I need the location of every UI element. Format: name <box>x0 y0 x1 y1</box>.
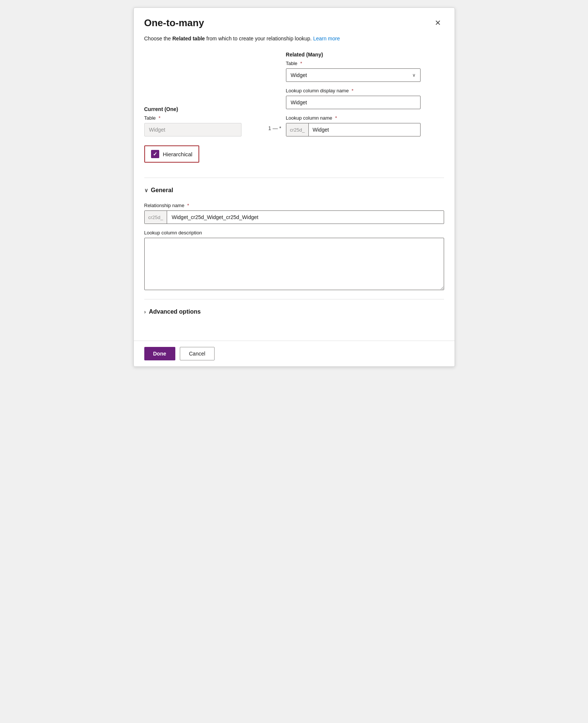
cancel-button[interactable]: Cancel <box>180 347 215 360</box>
relationship-name-prefix: cr25d_ <box>145 211 167 224</box>
connector-text: 1 — * <box>268 125 281 131</box>
chevron-down-icon: ∨ <box>412 73 416 78</box>
related-many-section: Related (Many) Table * Widget ∨ Lookup c… <box>286 52 444 136</box>
section-divider-2 <box>144 299 444 299</box>
general-section: ∨ General Relationship name * cr25d_ Loo… <box>144 184 444 292</box>
related-table-value: Widget <box>291 72 307 78</box>
lookup-display-input[interactable] <box>286 96 421 109</box>
current-table-field-label: Table * <box>144 115 264 121</box>
hierarchical-checkbox-label[interactable]: Hierarchical <box>144 145 199 163</box>
general-section-header[interactable]: ∨ General <box>144 184 444 197</box>
relationship-name-label: Relationship name * <box>144 203 444 208</box>
description-bold: Related table <box>172 36 205 41</box>
hierarchical-section: Hierarchical <box>144 145 444 170</box>
description-textarea[interactable] <box>144 238 444 290</box>
hierarchical-label-text: Hierarchical <box>163 151 193 157</box>
current-one-label: Current (One) <box>144 106 264 112</box>
related-table-field-label: Table * <box>286 61 444 66</box>
advanced-chevron-icon: › <box>144 309 146 315</box>
dialog-body: Choose the Related table from which to c… <box>134 35 455 333</box>
description-before: Choose the <box>144 36 173 41</box>
done-button[interactable]: Done <box>144 347 175 360</box>
lookup-column-name-group: Lookup column name * cr25d_ <box>286 115 444 136</box>
one-to-many-dialog: One-to-many ✕ Choose the Related table f… <box>133 7 455 367</box>
hierarchical-checkbox[interactable] <box>151 150 159 158</box>
current-one-section: Current (One) Table * Widget <box>144 106 264 136</box>
advanced-options-label: Advanced options <box>149 308 201 315</box>
general-section-content: Relationship name * cr25d_ Lookup column… <box>144 197 444 292</box>
relationship-row: Current (One) Table * Widget 1 — * Relat… <box>144 52 444 136</box>
description-after: from which to create your relationship l… <box>205 36 313 41</box>
advanced-options-header[interactable]: › Advanced options <box>144 305 444 318</box>
lookup-display-label: Lookup column display name * <box>286 88 444 93</box>
general-chevron-icon: ∨ <box>144 187 148 193</box>
lookup-display-name-group: Lookup column display name * <box>286 88 444 109</box>
current-table-value: Widget <box>144 123 241 136</box>
lookup-column-name-field[interactable]: cr25d_ <box>286 123 421 136</box>
relationship-name-input[interactable] <box>167 211 443 224</box>
description-text: Choose the Related table from which to c… <box>144 35 444 43</box>
dialog-footer: Done Cancel <box>134 341 455 366</box>
lookup-column-name-prefix: cr25d_ <box>286 123 309 136</box>
learn-more-link[interactable]: Learn more <box>313 36 340 41</box>
advanced-options-section: › Advanced options <box>144 305 444 318</box>
dialog-title: One-to-many <box>144 17 204 29</box>
relationship-name-field[interactable]: cr25d_ <box>144 210 444 224</box>
related-table-select[interactable]: Widget ∨ <box>286 68 421 82</box>
lookup-column-name-label: Lookup column name * <box>286 115 444 121</box>
dialog-header: One-to-many ✕ <box>134 8 455 35</box>
close-icon: ✕ <box>435 18 441 27</box>
related-many-label: Related (Many) <box>286 52 444 58</box>
lookup-column-name-input[interactable] <box>309 123 420 136</box>
connector-area: 1 — * <box>264 125 286 136</box>
description-label: Lookup column description <box>144 230 444 236</box>
close-button[interactable]: ✕ <box>432 17 444 29</box>
section-divider-1 <box>144 178 444 178</box>
general-section-label: General <box>151 187 173 194</box>
